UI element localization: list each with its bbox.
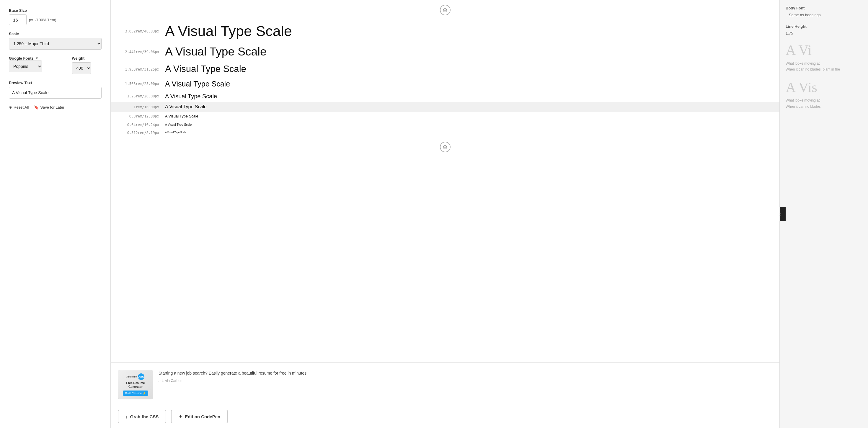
scale-size-label: 1.563rem/25.00px [118,82,165,86]
scale-preview-text: A Visual Type Scale [165,63,246,75]
scale-row: 1rem/16.00pxA Visual Type Scale [111,102,779,112]
scale-size-label: 0.64rem/10.24px [118,123,165,127]
line-height-value: 1.75 [786,31,862,35]
base-size-label: Base Size [9,8,101,13]
reset-icon: ⊗ [9,105,12,110]
scale-row: 0.8rem/12.80pxA Visual Type Scale [111,112,779,121]
codepen-icon: ✦ [179,414,182,419]
add-top-row: ⊕ [111,0,779,20]
scale-preview-text: A Visual Type Scale [165,104,207,110]
font-select[interactable]: Poppins Inter Roboto Open Sans Lato Mont… [9,61,42,72]
preview-section-2: A Vis What looke moving ac When it can n… [786,80,862,110]
ad-section: Authentic JOBS Free Resume Generator Bui… [111,363,779,405]
body-font-label: Body Font [786,6,862,10]
bottom-actions: ↓ Grab the CSS ✦ Edit on CodePen [111,405,779,428]
preview-section-1: A Vi What looke moving ac When it can no… [786,42,862,72]
main-content: ⊕ 3.052rem/48.83pxA Visual Type Scale2.4… [111,0,779,428]
add-size-top-button[interactable]: ⊕ [440,5,451,16]
preview-body-text-4: When it can no blades, [786,103,862,110]
gf-weight-container: Google Fonts ↗ Poppins Inter Roboto Open… [9,56,101,74]
reset-all-button[interactable]: ⊗ Reset All [9,105,29,110]
scale-rows: 3.052rem/48.83pxA Visual Type Scale2.441… [111,20,779,137]
ad-image: Authentic JOBS Free Resume Generator Bui… [118,370,153,399]
plus-icon-bottom: ⊕ [442,144,447,150]
weight-col: Weight 100 200 300 400 500 600 700 800 9… [72,56,101,74]
ad-image-inner: Authentic JOBS Free Resume Generator Bui… [118,371,153,398]
ad-build-resume-button[interactable]: Build Resume ⚡ [123,391,148,396]
preview-text-label: Preview Text [9,81,101,85]
scale-preview-text: A Visual Type Scale [165,22,292,40]
google-fonts-label: Google Fonts ↗ [9,56,68,61]
scale-preview-text: A Visual Type Scale [165,79,230,89]
preview-large-text-2: A Vis [786,80,862,95]
ad-authentic-text: Authentic [127,375,137,378]
scale-size-label: 1.25rem/20.00px [118,94,165,98]
scale-preview-text: A Visual Type Scale [165,131,186,134]
fonts-section: Google Fonts ↗ Poppins Inter Roboto Open… [9,56,101,74]
base-size-input[interactable] [9,14,27,25]
preview-large-text-1: A Vi [786,42,862,58]
reset-save-row: ⊗ Reset All 🔖 Save for Later [9,105,101,110]
scale-row: 0.64rem/10.24pxA Visual Type Scale [111,121,779,129]
css-arrow-icon: ↓ [125,414,128,419]
preview-body-text-2: When it can no blades, plant in the [786,66,862,72]
scale-preview-text: A Visual Type Scale [165,114,198,119]
weight-label: Weight [72,56,101,61]
scale-row: 3.052rem/48.83pxA Visual Type Scale [111,20,779,42]
body-font-value: – Same as headings – [786,13,862,17]
base-size-row: px (100%/1em) [9,14,101,25]
scale-row: 0.512rem/8.19pxA Visual Type Scale [111,129,779,137]
save-for-later-button[interactable]: 🔖 Save for Later [34,105,64,110]
ad-card: Authentic JOBS Free Resume Generator Bui… [118,370,772,399]
scale-row: 2.441rem/39.06pxA Visual Type Scale [111,42,779,61]
add-size-bottom-button[interactable]: ⊕ [440,142,451,152]
chevron-left-icon: ‹ [779,211,781,218]
ad-text-area: Starting a new job search? Easily genera… [159,370,308,383]
body-font-section: Body Font – Same as headings – [786,6,862,17]
scale-row: 1.25rem/20.00pxA Visual Type Scale [111,91,779,102]
scale-size-label: 1.953rem/31.25px [118,67,165,71]
scale-preview-text: A Visual Type Scale [165,92,217,100]
ad-via: ads via Carbon [159,379,308,383]
weight-select[interactable]: 100 200 300 400 500 600 700 800 900 [72,62,91,74]
line-height-label: Line Height [786,24,862,29]
ad-jobs-badge: JOBS [138,373,144,380]
scale-label: Scale [9,32,101,36]
scale-size-label: 3.052rem/48.83px [118,29,165,33]
preview-body-text-1: What looke moving ac [786,61,862,66]
plus-icon-top: ⊕ [442,7,447,13]
preview-text-section: Preview Text [9,81,101,99]
scale-row: 1.563rem/25.00pxA Visual Type Scale [111,77,779,91]
right-panel-inner: Body Font – Same as headings – Line Heig… [780,0,868,122]
scale-preview-text: A Visual Type Scale [165,123,192,127]
base-size-unit: px [29,18,33,22]
scale-size-label: 2.441rem/39.06px [118,50,165,54]
sidebar: Base Size px (100%/1em) Scale 1.067 – Mi… [0,0,111,428]
ad-free-resume-text: Free Resume Generator [120,381,151,389]
edit-codepen-button[interactable]: ✦ Edit on CodePen [171,410,228,423]
scale-size-label: 1rem/16.00px [118,105,165,109]
scale-preview-text: A Visual Type Scale [165,44,267,59]
base-size-section: Base Size px (100%/1em) [9,8,101,25]
add-bottom-row: ⊕ [111,137,779,157]
ad-headline: Starting a new job search? Easily genera… [159,370,308,376]
scale-section: Scale 1.067 – Minor Second 1.125 – Major… [9,32,101,50]
scale-row: 1.953rem/31.25pxA Visual Type Scale [111,61,779,77]
type-scale-container: ⊕ 3.052rem/48.83pxA Visual Type Scale2.4… [111,0,779,360]
scale-size-label: 0.8rem/12.80px [118,114,165,118]
grab-css-button[interactable]: ↓ Grab the CSS [118,410,166,423]
scale-select[interactable]: 1.067 – Minor Second 1.125 – Major Secon… [9,38,101,50]
preview-text-input[interactable] [9,87,101,99]
preview-body-text-3: What looke moving ac [786,97,862,103]
scale-size-label: 0.512rem/8.19px [118,131,165,135]
external-link-icon: ↗ [35,56,38,60]
google-fonts-col: Google Fonts ↗ Poppins Inter Roboto Open… [9,56,68,74]
bookmark-icon: 🔖 [34,105,39,110]
line-height-section: Line Height 1.75 [786,24,862,35]
right-panel-toggle-button[interactable]: ‹ [779,207,786,221]
right-panel: ‹ Body Font – Same as headings – Line He… [779,0,868,428]
base-size-hint: (100%/1em) [35,18,56,22]
